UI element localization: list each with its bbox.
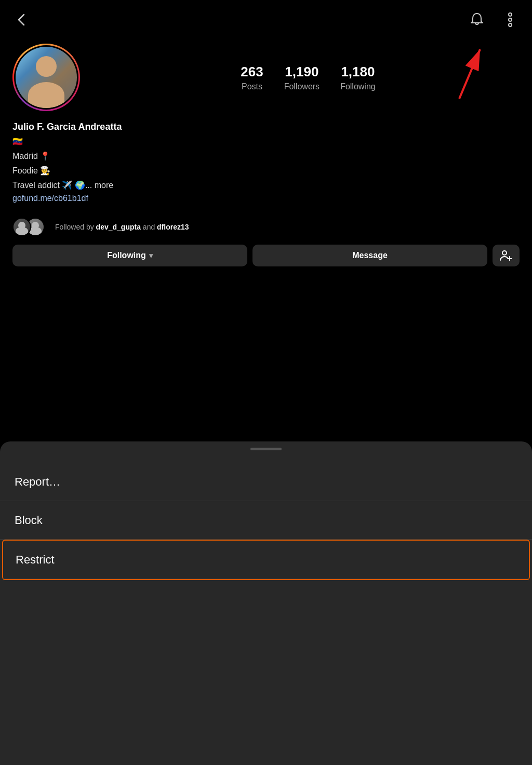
back-button[interactable] xyxy=(12,10,31,29)
profile-info: Julio F. Garcia Andreatta 🇻🇪 Madrid 📍 Fo… xyxy=(12,122,520,211)
followers-stat[interactable]: 1,190 Followers xyxy=(284,64,320,91)
profile-section: 263 Posts 1,190 Followers 1,180 Followin… xyxy=(0,35,532,275)
avatar-container xyxy=(12,44,80,111)
following-count: 1,180 xyxy=(341,64,375,80)
follower-name-2: dflorez13 xyxy=(157,223,189,231)
svg-point-0 xyxy=(509,13,512,16)
svg-point-1 xyxy=(509,18,512,21)
posts-label: Posts xyxy=(242,82,262,91)
profile-bio-location: Madrid 📍 xyxy=(12,150,520,163)
following-stat[interactable]: 1,180 Following xyxy=(340,64,376,91)
notifications-button[interactable] xyxy=(468,10,486,29)
profile-header: 263 Posts 1,190 Followers 1,180 Followin… xyxy=(12,44,520,111)
followed-by-text: Followed by dev_d_gupta and dflorez13 xyxy=(55,223,189,231)
chevron-down-icon: ▾ xyxy=(149,251,153,260)
message-button[interactable]: Message xyxy=(252,245,487,266)
following-label: Following xyxy=(340,82,376,91)
follower-avatar-1 xyxy=(12,218,31,236)
top-navigation xyxy=(0,0,532,35)
followed-by-section: Followed by dev_d_gupta and dflorez13 xyxy=(12,211,520,245)
bottom-sheet: Report… Block Restrict xyxy=(0,441,532,765)
profile-name: Julio F. Garcia Andreatta xyxy=(12,122,520,132)
more-options-button[interactable] xyxy=(501,10,520,29)
avatar xyxy=(16,47,77,108)
add-friend-button[interactable] xyxy=(493,245,520,266)
restrict-menu-item[interactable]: Restrict xyxy=(2,540,530,580)
svg-point-5 xyxy=(502,251,507,255)
profile-link[interactable]: gofund.me/cb61b1df xyxy=(12,194,520,203)
action-buttons: Following ▾ Message xyxy=(12,245,520,275)
top-nav-right xyxy=(468,10,520,29)
follower-avatars xyxy=(12,218,49,236)
followers-count: 1,190 xyxy=(285,64,318,80)
profile-bio-foodie: Foodie 🧑‍🍳 xyxy=(12,165,520,177)
posts-stat[interactable]: 263 Posts xyxy=(241,64,263,91)
stats-container: 263 Posts 1,190 Followers 1,180 Followin… xyxy=(97,64,520,91)
block-menu-item[interactable]: Block xyxy=(0,501,532,540)
bottom-padding xyxy=(0,580,532,611)
svg-point-2 xyxy=(509,23,512,26)
report-menu-item[interactable]: Report… xyxy=(0,463,532,501)
follower-name-1: dev_d_gupta xyxy=(96,223,141,231)
posts-count: 263 xyxy=(241,64,263,80)
following-button[interactable]: Following ▾ xyxy=(12,245,247,266)
avatar-inner xyxy=(14,45,78,110)
profile-bio-travel[interactable]: Travel addict ✈️ 🌍... more xyxy=(12,179,520,192)
followers-label: Followers xyxy=(284,82,320,91)
sheet-handle xyxy=(250,448,282,450)
profile-bio-flag: 🇻🇪 xyxy=(12,136,520,148)
